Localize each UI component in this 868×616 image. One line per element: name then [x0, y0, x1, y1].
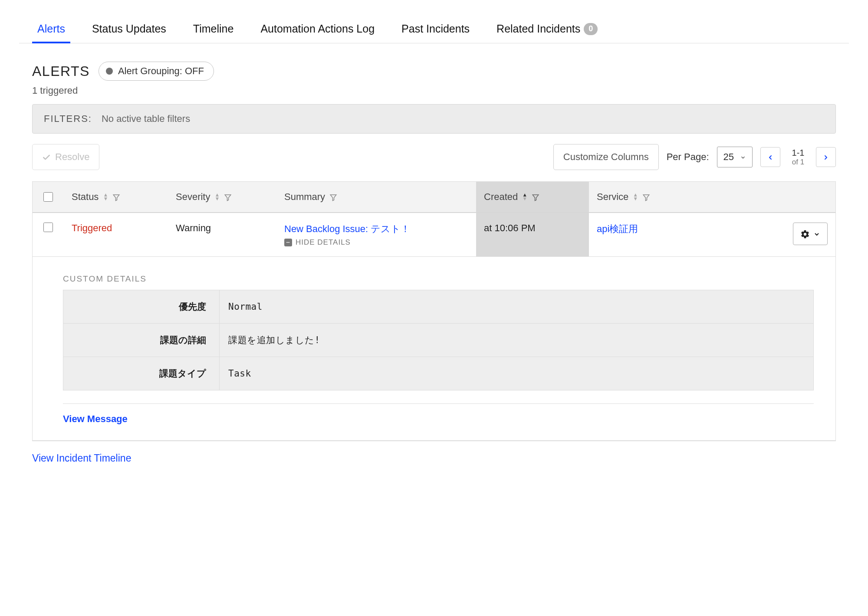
chevron-down-icon: [813, 228, 820, 239]
table-header-row: Status ▲▼ Severity ▲▼ Summary: [33, 182, 835, 213]
tab-automation-actions-log[interactable]: Automation Actions Log: [255, 10, 380, 43]
filters-bar: FILTERS: No active table filters: [32, 104, 836, 134]
detail-value: Normal: [220, 290, 814, 324]
column-created[interactable]: Created ▲▼: [476, 182, 589, 212]
tab-past-incidents[interactable]: Past Incidents: [396, 10, 475, 43]
service-link[interactable]: api検証用: [597, 223, 638, 234]
status-dot-icon: [106, 68, 113, 75]
chevron-right-icon: [822, 151, 829, 163]
detail-row: 課題タイプ Task: [63, 357, 814, 390]
created-value: at 10:06 PM: [484, 223, 536, 233]
count-badge: 0: [584, 23, 598, 35]
svg-marker-0: [114, 195, 120, 201]
tab-label: Status Updates: [92, 23, 166, 35]
alerts-heading-row: ALERTS Alert Grouping: OFF: [32, 62, 836, 81]
chevron-down-icon: [740, 151, 746, 163]
sort-icon: ▲▼: [522, 193, 527, 201]
per-page-label: Per Page:: [667, 151, 709, 163]
filters-text: No active table filters: [102, 113, 190, 125]
detail-key: 課題タイプ: [63, 357, 220, 390]
custom-details-table: 優先度 Normal 課題の詳細 課題を追加しました! 課題タイプ Task: [63, 290, 814, 390]
per-page-select[interactable]: 25: [717, 147, 753, 167]
svg-marker-2: [330, 195, 336, 201]
row-checkbox[interactable]: [43, 223, 53, 232]
column-actions: [680, 182, 835, 212]
grouping-label: Alert Grouping: OFF: [118, 66, 204, 77]
column-label: Status: [72, 191, 99, 203]
customize-columns-label: Customize Columns: [563, 151, 649, 163]
hide-details-label: HIDE DETAILS: [296, 238, 351, 247]
status-badge: Triggered: [72, 223, 112, 233]
sort-icon: ▲▼: [633, 193, 638, 201]
sort-icon: ▲▼: [103, 193, 108, 201]
resolve-button[interactable]: Resolve: [32, 144, 99, 170]
resolve-label: Resolve: [55, 151, 89, 163]
pager-text: 1-1 of 1: [788, 147, 808, 167]
row-actions-menu[interactable]: [793, 223, 828, 245]
column-label: Severity: [176, 191, 210, 203]
detail-key: 優先度: [63, 290, 220, 324]
detail-row: 優先度 Normal: [63, 290, 814, 324]
select-all-checkbox[interactable]: [43, 192, 53, 202]
pager-range: 1-1: [788, 147, 808, 158]
column-label: Summary: [284, 191, 325, 203]
column-checkbox: [33, 182, 64, 212]
tab-label: Past Incidents: [401, 23, 470, 35]
column-service[interactable]: Service ▲▼: [589, 182, 680, 212]
check-icon: [42, 151, 51, 163]
alert-grouping-toggle[interactable]: Alert Grouping: OFF: [99, 62, 214, 81]
tab-timeline[interactable]: Timeline: [188, 10, 239, 43]
svg-marker-1: [225, 195, 231, 201]
column-label: Created: [484, 191, 518, 203]
column-summary[interactable]: Summary: [276, 182, 476, 212]
tabs-bar: Alerts Status Updates Timeline Automatio…: [19, 10, 849, 43]
column-status[interactable]: Status ▲▼: [64, 182, 168, 212]
filter-icon[interactable]: [112, 193, 120, 202]
filter-icon[interactable]: [224, 193, 232, 202]
tab-status-updates[interactable]: Status Updates: [87, 10, 171, 43]
tab-label: Alerts: [37, 23, 65, 35]
filter-icon[interactable]: [329, 193, 337, 202]
minus-icon: −: [284, 239, 292, 246]
tab-label: Timeline: [193, 23, 234, 35]
column-severity[interactable]: Severity ▲▼: [168, 182, 276, 212]
svg-marker-3: [533, 195, 539, 201]
sort-icon: ▲▼: [214, 193, 220, 201]
column-label: Service: [597, 191, 628, 203]
severity-value: Warning: [176, 223, 211, 233]
pager-of: of 1: [788, 158, 808, 167]
alert-summary-link[interactable]: New Backlog Issue: テスト！: [284, 223, 468, 236]
detail-key: 課題の詳細: [63, 324, 220, 357]
tab-label: Related Incidents: [496, 23, 580, 35]
view-message-link[interactable]: View Message: [63, 413, 128, 424]
tab-label: Automation Actions Log: [260, 23, 375, 35]
triggered-count: 1 triggered: [32, 85, 836, 96]
svg-marker-4: [644, 195, 650, 201]
filters-label: FILTERS:: [44, 113, 92, 125]
tab-related-incidents[interactable]: Related Incidents 0: [491, 10, 603, 43]
table-row: Triggered Warning New Backlog Issue: テスト…: [33, 213, 835, 257]
detail-value: 課題を追加しました!: [220, 324, 814, 357]
hide-details-toggle[interactable]: − HIDE DETAILS: [284, 238, 468, 247]
next-page-button[interactable]: [816, 147, 836, 167]
detail-value: Task: [220, 357, 814, 390]
divider: [63, 403, 814, 404]
filter-icon[interactable]: [642, 193, 650, 202]
gear-icon: [800, 228, 810, 239]
alerts-table: Status ▲▼ Severity ▲▼ Summary: [32, 181, 836, 441]
alerts-toolbar: Resolve Customize Columns Per Page: 25: [32, 144, 836, 170]
view-incident-timeline-link[interactable]: View Incident Timeline: [32, 452, 849, 464]
chevron-left-icon: [767, 151, 774, 163]
alert-details-panel: CUSTOM DETAILS 優先度 Normal 課題の詳細 課題を追加しまし…: [33, 257, 835, 441]
filter-icon[interactable]: [532, 193, 539, 202]
detail-row: 課題の詳細 課題を追加しました!: [63, 324, 814, 357]
custom-details-title: CUSTOM DETAILS: [63, 274, 814, 284]
customize-columns-button[interactable]: Customize Columns: [553, 144, 659, 170]
page-title: ALERTS: [32, 63, 90, 79]
per-page-value: 25: [723, 151, 734, 163]
tab-alerts[interactable]: Alerts: [32, 10, 70, 43]
prev-page-button[interactable]: [760, 147, 780, 167]
